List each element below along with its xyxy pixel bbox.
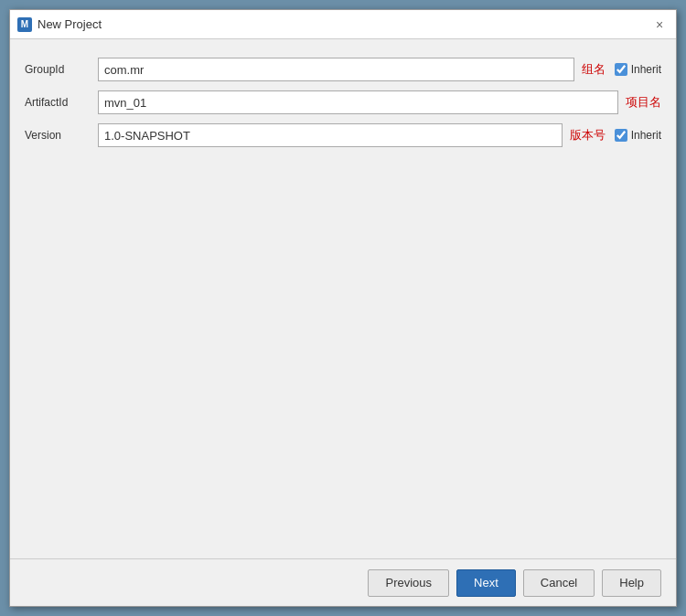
new-project-dialog: M New Project × GroupId 组名 Inherit Artif… [9,9,677,607]
artifactid-input[interactable] [98,90,618,114]
cancel-button[interactable]: Cancel [523,569,595,597]
groupid-input-wrap [98,58,574,81]
groupid-inherit-checkbox[interactable] [615,63,627,76]
artifactid-input-wrap [98,90,618,114]
groupid-input[interactable] [98,58,574,81]
help-button[interactable]: Help [602,569,661,597]
dialog-title: New Project [38,17,102,31]
artifactid-annotation: 项目名 [626,94,661,111]
close-button[interactable]: × [650,16,669,34]
version-input[interactable] [98,123,563,147]
groupid-inherit-wrap: Inherit [615,63,661,76]
previous-button[interactable]: Previous [368,569,449,597]
dialog-icon: M [17,17,32,32]
dialog-footer: Previous Next Cancel Help [10,558,676,606]
groupid-inherit-label: Inherit [631,63,661,76]
groupid-label: GroupId [25,63,98,76]
version-row: Version 版本号 Inherit [25,123,661,147]
title-bar-left: M New Project [17,17,102,32]
version-label: Version [25,129,98,142]
groupid-annotation: 组名 [582,61,606,78]
groupid-row: GroupId 组名 Inherit [25,58,661,81]
artifactid-label: ArtifactId [25,96,98,109]
version-input-wrap [98,123,563,147]
version-annotation: 版本号 [570,127,606,143]
version-inherit-label: Inherit [631,129,661,142]
dialog-content: GroupId 组名 Inherit ArtifactId 项目名 Versio… [10,39,676,558]
version-inherit-wrap: Inherit [615,129,661,142]
next-button[interactable]: Next [456,569,516,597]
title-bar: M New Project × [10,10,676,39]
version-inherit-checkbox[interactable] [615,129,627,142]
artifactid-row: ArtifactId 项目名 [25,90,661,114]
